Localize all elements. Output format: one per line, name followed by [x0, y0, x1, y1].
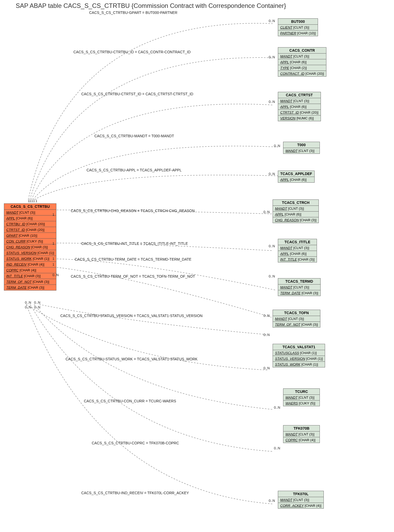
relation-label: CACS_S_CS_CTRTBU-GPART = BUT000-PARTNER	[89, 10, 177, 15]
entity-header: CACS_S_CS_CTRTBU	[4, 204, 56, 210]
relation-label: CACS_S_CS_CTRTBU-IND_RECEIV = TFK070L-CO…	[81, 491, 189, 495]
entity-tfk070l: TFK070LMANDT [CLNT (3)]CORR_ACKEY [CHAR …	[278, 491, 324, 509]
relation-label: CACS_S_CS_CTRTBU-CTRTST_ID = CACS_CTRTST…	[81, 92, 193, 96]
cardinality-dst: 0..N	[269, 100, 275, 104]
entity-tcacs-appldef: TCACS_APPLDEFAPPL [CHAR (6)]	[278, 171, 315, 183]
field-row: CLIENT [CLNT (3)]	[278, 25, 318, 30]
field-row: WAERS [CUKY (5)]	[283, 401, 320, 406]
cardinality-dst: 0..N	[263, 333, 270, 337]
field-row: VERSION [NUMC (6)]	[278, 115, 321, 121]
entity-cacs-s-cs-ctrtbu: CACS_S_CS_CTRTBU MANDT [CLNT (3)]APPL [C…	[4, 203, 56, 291]
relationship-edges	[0, 0, 394, 532]
field-row: MANDT [CLNT (3)]	[278, 245, 317, 251]
field-row: MANDT [CLNT (3)]	[278, 54, 326, 59]
field-row: APPL [CHAR (6)]	[278, 59, 326, 65]
entity-header: TCACS_CTRCH	[273, 200, 319, 206]
relation-label: CACS_S_CS_CTRTBU-COPRC = TFK070B-COPRC	[92, 441, 179, 445]
field-row: APPL [CHAR (6)]	[278, 104, 321, 110]
cardinality-dst: 0..N	[274, 446, 280, 450]
entity-tcacs-ititle: TCACS_ITITLEMANDT [CLNT (3)]APPL [CHAR (…	[278, 239, 317, 262]
cardinality-dst: 0..N	[269, 274, 275, 278]
field-row: TERM_OF_NOT [CHAR (3)]	[273, 322, 320, 328]
field-row: APPL [CHAR (6)]	[4, 215, 56, 221]
cardinality-dst: 0..N	[263, 314, 270, 318]
entity-tcacs-valstat1: TCACS_VALSTAT1STATUSCLASS [CHAR (1)]STAT…	[273, 344, 325, 367]
cardinality-dst: 0..N	[263, 366, 270, 370]
field-row: STATUS_VERSION [CHAR (1)]	[4, 250, 56, 256]
field-row: INT_TITLE [CHAR (3)]	[278, 257, 317, 262]
field-row: MANDT [CLNT (3)]	[283, 431, 320, 437]
entity-tcacs-ctrch: TCACS_CTRCHMANDT [CLNT (3)]APPL [CHAR (6…	[273, 199, 319, 223]
field-row: PARTNER [CHAR (10)]	[278, 30, 318, 36]
field-row: CTRTBU_ID [CHAR (20)]	[4, 221, 56, 227]
relation-label: CACS_S_CS_CTRTBU-INT_TITLE = TCACS_ITITL…	[81, 241, 188, 246]
field-row: CON_CURR [CUKY (5)]	[4, 239, 56, 244]
field-row: CORR_ACKEY [CHAR (4)]	[278, 503, 324, 509]
field-row: APPL [CHAR (6)]	[278, 251, 317, 257]
field-row: GPART [CHAR (10)]	[4, 233, 56, 239]
field-row: TYPE [CHAR (2)]	[278, 65, 326, 71]
cardinality-dst: 0..N	[269, 55, 275, 59]
cardinality-dst: 0..N	[263, 210, 270, 214]
field-row: APPL [CHAR (6)]	[273, 212, 319, 217]
cardinality-src: 0..N	[34, 305, 40, 309]
cardinality-dst: 0..N	[269, 244, 275, 248]
cardinality-src: 1	[35, 199, 37, 203]
entity-but000: BUT000CLIENT [CLNT (3)]PARTNER [CHAR (10…	[278, 18, 318, 36]
entity-header: T000	[283, 142, 320, 148]
cardinality-src: 1	[52, 241, 54, 245]
cardinality-src: 1	[52, 262, 54, 266]
page-title: SAP ABAP table CACS_S_CS_CTRTBU {Commiss…	[16, 2, 286, 9]
field-row: STATUS_WORK [CHAR (1)]	[4, 256, 56, 262]
field-row: CTRTST_ID [CHAR (20)]	[278, 110, 321, 115]
field-row: STATUSCLASS [CHAR (1)]	[273, 350, 325, 356]
relation-label: CACS_S_CS_CTRTBU-TERM_OF_NOT = TCACS_TOF…	[71, 274, 195, 278]
entity-cacs-contr: CACS_CONTRMANDT [CLNT (3)]APPL [CHAR (6)…	[278, 47, 326, 77]
entity-tcacs-tofn: TCACS_TOFNMANDT [CLNT (3)]TERM_OF_NOT [C…	[273, 310, 320, 328]
cardinality-src: 0..N	[25, 301, 31, 304]
field-row: CHG_REASON [CHAR (3)]	[4, 244, 56, 250]
entity-header: CACS_CTRTST	[278, 92, 321, 98]
field-row: STATUS_VERSION [CHAR (1)]	[273, 356, 325, 362]
field-row: COPRC [CHAR (4)]	[4, 267, 56, 273]
entity-tcurc: TCURCMANDT [CLNT (3)]WAERS [CUKY (5)]	[283, 388, 320, 406]
entity-header: TCURC	[283, 389, 320, 395]
field-row: TERM_DATE [CHAR (3)]	[4, 285, 56, 291]
field-row: STATUS_WORK [CHAR (1)]	[273, 362, 325, 367]
field-row: CHG_REASON [CHAR (3)]	[273, 217, 319, 223]
entity-header: TFK070L	[278, 491, 324, 497]
field-row: IND_RECEIV [CHAR (4)]	[4, 262, 56, 267]
entity-header: TCACS_VALSTAT1	[273, 344, 325, 350]
field-row: CTRTST_ID [CHAR (20)]	[4, 227, 56, 233]
entity-tcacs-termd: TCACS_TERMDMANDT [CLNT (3)]TERM_DATE [CH…	[278, 278, 321, 296]
relation-label: CACS_S_CS_CTRTBU-STATUS_VERSION = TCACS_…	[60, 314, 203, 318]
field-row: TERM_OF_NOT [CHAR (3)]	[4, 279, 56, 285]
field-row: MANDT [CLNT (3)]	[273, 206, 319, 212]
relation-label: CACS_S_CS_CTRTBU-CTRTBU_ID = CACS_CONTR-…	[73, 50, 191, 54]
field-row: MANDT [CLNT (3)]	[283, 148, 320, 154]
field-row: MANDT [CLNT (3)]	[4, 210, 56, 215]
entity-header: TCACS_TOFN	[273, 310, 320, 316]
cardinality-dst: 0..N	[269, 19, 275, 23]
entity-header: TFK070B	[283, 425, 320, 431]
relation-label: CACS_S_CS_CTRTBU-CHG_REASON = TCACS_CTRC…	[71, 209, 195, 213]
relation-label: CACS_S_CS_CTRTBU-MANDT = T000-MANDT	[94, 134, 174, 138]
entity-header: TCACS_APPLDEF	[278, 171, 315, 177]
cardinality-src: 1	[52, 257, 54, 261]
relation-label: CACS_S_CS_CTRTBU-CON_CURR = TCURC-WAERS	[84, 399, 176, 403]
cardinality-dst: 0..N	[269, 499, 275, 503]
field-row: MANDT [CLNT (3)]	[273, 316, 320, 322]
field-row: CONTRACT_ID [CHAR (20)]	[278, 71, 326, 77]
field-row: MANDT [CLNT (3)]	[283, 395, 320, 401]
cardinality-src: 0..N	[25, 305, 31, 309]
field-row: MANDT [CLNT (3)]	[278, 98, 321, 104]
cardinality-src: 1	[33, 199, 35, 203]
entity-header: CACS_CONTR	[278, 48, 326, 54]
cardinality-src: 0..N	[34, 301, 40, 304]
cardinality-src: 0..N	[52, 273, 59, 277]
entity-t000: T000MANDT [CLNT (3)]	[283, 142, 320, 154]
cardinality-src: 1	[52, 213, 54, 217]
relation-label: CACS_S_CS_CTRTBU-APPL = TCACS_APPLDEF-AP…	[87, 168, 182, 172]
field-row: APPL [CHAR (6)]	[278, 177, 315, 183]
cardinality-dst: 0..N	[274, 144, 280, 148]
